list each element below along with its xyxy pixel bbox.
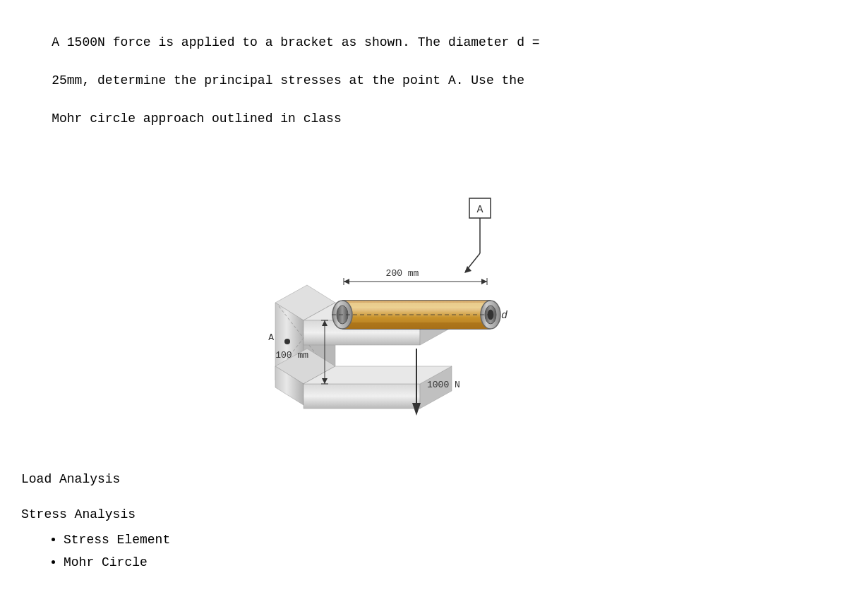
problem-line1: A 1500N force is applied to a bracket as…: [52, 35, 539, 49]
svg-rect-18: [342, 322, 491, 329]
label-200mm: 200 mm: [386, 268, 419, 279]
svg-marker-28: [481, 279, 487, 284]
label-100mm: 100 mm: [275, 350, 308, 361]
stress-analysis-list: Stress Element Mohr Circle: [21, 529, 826, 574]
point-a-dot: [284, 339, 290, 344]
svg-marker-38: [464, 266, 471, 273]
label-1000n: 1000 N: [427, 380, 460, 390]
svg-marker-11: [304, 384, 420, 409]
stress-analysis-section: Stress Analysis Stress Element Mohr Circ…: [21, 507, 826, 574]
bracket-diagram: 200 mm 100 mm 1000 N d A A: [198, 162, 593, 444]
svg-rect-17: [342, 303, 491, 308]
problem-line3: Mohr circle approach outlined in class: [52, 111, 341, 126]
bullet-stress-element: Stress Element: [64, 529, 826, 551]
diagram-container: 200 mm 100 mm 1000 N d A A: [21, 162, 826, 458]
bullet-mohr-circle: Mohr Circle: [64, 551, 826, 574]
label-d: d: [501, 310, 507, 322]
page-container: A 1500N force is applied to a bracket as…: [0, 0, 847, 616]
load-analysis-section: Load Analysis: [21, 472, 826, 486]
problem-text: A 1500N force is applied to a bracket as…: [21, 14, 826, 147]
load-analysis-label: Load Analysis: [21, 472, 120, 486]
svg-marker-27: [344, 279, 349, 284]
problem-line2: 25mm, determine the principal stresses a…: [52, 73, 524, 87]
svg-marker-35: [412, 403, 421, 416]
label-a-bracket: A: [268, 332, 274, 343]
stress-analysis-title: Stress Analysis: [21, 507, 826, 521]
label-a-box: A: [476, 204, 483, 216]
